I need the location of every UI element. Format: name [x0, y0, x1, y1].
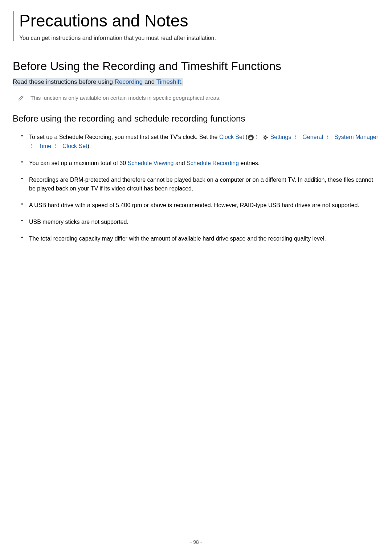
svg-line-0 — [21, 97, 23, 98]
note-text: This function is only available on certa… — [30, 95, 221, 101]
intro-mid: and — [143, 78, 156, 85]
schedule-viewing-link[interactable]: Schedule Viewing — [128, 160, 174, 166]
gear-icon — [262, 134, 269, 141]
list-item: Recordings are DRM-protected and therefo… — [29, 176, 379, 193]
page-subtitle: You can get instructions and information… — [19, 35, 379, 41]
section-heading: Before Using the Recording and Timeshift… — [13, 59, 379, 73]
svg-point-2 — [264, 136, 266, 139]
chevron-right-icon: 〉 — [326, 133, 332, 142]
list-item: The total recording capacity may differ … — [29, 234, 379, 243]
time-link[interactable]: Time — [38, 143, 51, 149]
page-number: - 98 - — [190, 539, 202, 545]
b2-pre: You can set up a maximum total of 30 — [29, 160, 128, 166]
subsection-heading: Before using the recording and schedule … — [13, 114, 379, 124]
pencil-icon — [18, 95, 24, 101]
system-manager-link[interactable]: System Manager — [334, 134, 378, 140]
list-item: You can set up a maximum total of 30 Sch… — [29, 159, 379, 168]
b1-close: ). — [87, 143, 91, 149]
schedule-recording-link[interactable]: Schedule Recording — [187, 160, 239, 166]
clock-set-link[interactable]: Clock Set — [219, 134, 244, 140]
list-item: A USB hard drive with a speed of 5,400 r… — [29, 201, 379, 210]
page-title: Precautions and Notes — [19, 11, 379, 30]
bullet-list: To set up a Schedule Recording, you must… — [13, 133, 379, 243]
settings-link[interactable]: Settings — [269, 134, 291, 140]
clock-set-link-2[interactable]: Clock Set — [62, 143, 87, 149]
intro-text-wrap: Read these instructions before using Rec… — [13, 78, 379, 86]
intro-text: Read these instructions before using Rec… — [13, 78, 183, 86]
intro-pre: Read these instructions before using — [13, 78, 115, 85]
timeshift-link[interactable]: Timeshift — [156, 78, 181, 85]
note-row: This function is only available on certa… — [18, 95, 379, 101]
home-icon — [248, 134, 254, 141]
recording-link[interactable]: Recording — [115, 78, 143, 85]
chevron-right-icon: 〉 — [30, 142, 36, 151]
intro-post: . — [181, 78, 183, 85]
title-bar: Precautions and Notes You can get instru… — [13, 11, 379, 41]
b2-mid: and — [173, 160, 187, 166]
b1-pre: To set up a Schedule Recording, you must… — [29, 134, 219, 140]
chevron-right-icon: 〉 — [54, 142, 60, 151]
chevron-right-icon: 〉 — [255, 133, 261, 142]
list-item: To set up a Schedule Recording, you must… — [29, 133, 379, 151]
chevron-right-icon: 〉 — [294, 133, 300, 142]
general-link[interactable]: General — [302, 134, 323, 140]
list-item: USB memory sticks are not supported. — [29, 218, 379, 226]
b2-post: entries. — [239, 160, 260, 166]
b1-paren: ( — [244, 134, 248, 140]
